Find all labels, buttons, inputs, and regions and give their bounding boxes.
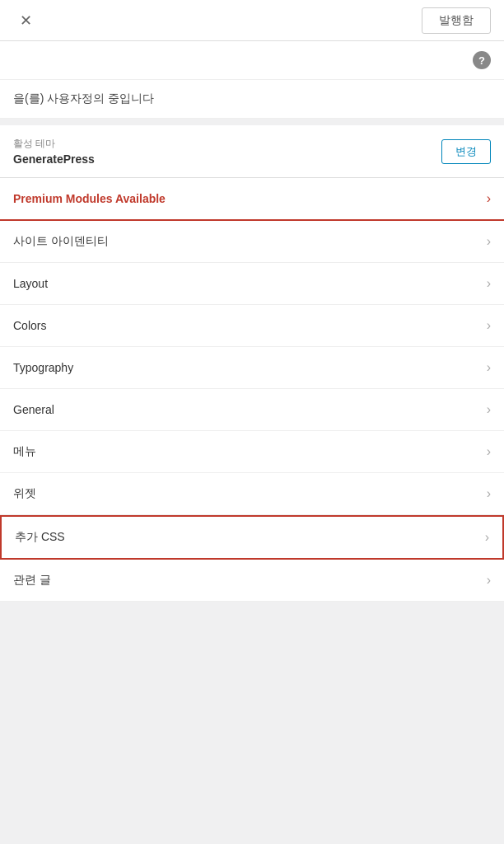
close-button[interactable]: ✕ bbox=[13, 8, 39, 33]
theme-section: 활성 테마 GeneratePress 변경 bbox=[0, 125, 504, 178]
chevron-right-icon: › bbox=[487, 444, 491, 459]
publish-button[interactable]: 발행함 bbox=[422, 7, 491, 34]
menu-item-layout[interactable]: Layout › bbox=[0, 263, 504, 305]
chevron-right-icon: › bbox=[487, 318, 491, 333]
menu-item-label: 추가 CSS bbox=[15, 530, 65, 545]
menu-item-label: Premium Modules Available bbox=[13, 192, 166, 205]
chevron-right-icon: › bbox=[487, 402, 491, 417]
menu-item-related-posts[interactable]: 관련 글 › bbox=[0, 560, 504, 602]
chevron-right-icon: › bbox=[487, 276, 491, 291]
menu-item-label: 사이트 아이덴티티 bbox=[13, 234, 109, 249]
theme-label: 활성 테마 bbox=[13, 137, 95, 151]
customizing-bar: 을(를) 사용자정의 중입니다 bbox=[0, 80, 504, 119]
top-bar: ✕ 발행함 bbox=[0, 0, 504, 41]
menu-item-site-identity[interactable]: 사이트 아이덴티티 › bbox=[0, 221, 504, 263]
customizing-text: 을(를) 사용자정의 중입니다 bbox=[13, 91, 154, 105]
menu-item-label: Typography bbox=[13, 361, 73, 374]
chevron-right-icon: › bbox=[487, 486, 491, 501]
chevron-right-icon: › bbox=[487, 191, 491, 206]
menu-item-label: General bbox=[13, 403, 54, 416]
menu-item-label: 메뉴 bbox=[13, 444, 36, 459]
menu-item-menu[interactable]: 메뉴 › bbox=[0, 431, 504, 473]
menu-item-typography[interactable]: Typography › bbox=[0, 347, 504, 389]
menu-item-label: 위젯 bbox=[13, 486, 36, 501]
menu-item-additional-css[interactable]: 추가 CSS › bbox=[0, 515, 504, 560]
menu-list: Premium Modules Available › 사이트 아이덴티티 › … bbox=[0, 178, 504, 602]
chevron-right-icon: › bbox=[487, 360, 491, 375]
menu-item-premium[interactable]: Premium Modules Available › bbox=[0, 178, 504, 221]
chevron-right-icon: › bbox=[487, 573, 491, 588]
chevron-right-icon: › bbox=[485, 530, 489, 545]
theme-name: GeneratePress bbox=[13, 152, 95, 166]
menu-item-widget[interactable]: 위젯 › bbox=[0, 473, 504, 515]
menu-item-general[interactable]: General › bbox=[0, 389, 504, 431]
empty-area bbox=[0, 602, 504, 799]
menu-item-label: 관련 글 bbox=[13, 573, 51, 588]
change-theme-button[interactable]: 변경 bbox=[441, 139, 491, 164]
menu-item-label: Colors bbox=[13, 319, 46, 332]
theme-info: 활성 테마 GeneratePress bbox=[13, 137, 95, 166]
help-icon[interactable]: ? bbox=[473, 51, 491, 69]
menu-item-colors[interactable]: Colors › bbox=[0, 305, 504, 347]
chevron-right-icon: › bbox=[487, 234, 491, 249]
info-bar: ? bbox=[0, 41, 504, 80]
menu-item-label: Layout bbox=[13, 277, 48, 290]
